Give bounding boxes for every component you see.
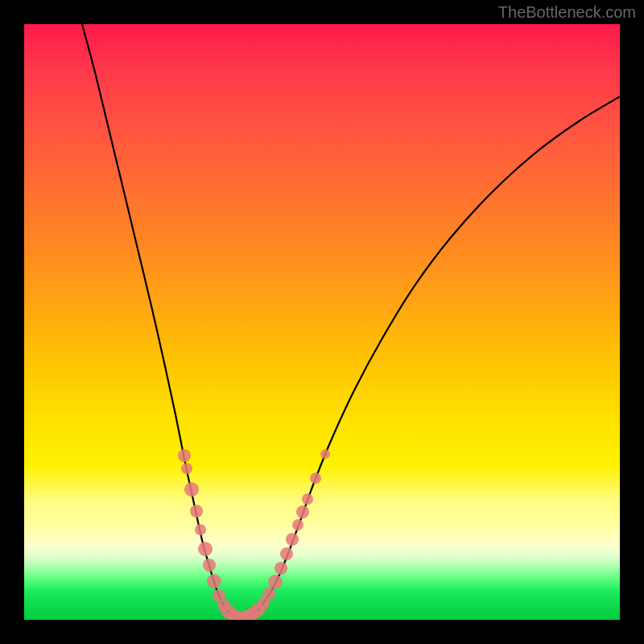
data-point xyxy=(296,506,309,518)
data-point xyxy=(286,533,299,546)
data-point xyxy=(203,559,216,572)
data-point xyxy=(268,575,283,589)
data-point xyxy=(207,574,221,588)
chart-svg xyxy=(24,24,620,620)
data-point xyxy=(310,473,321,484)
data-point xyxy=(190,505,203,518)
data-point xyxy=(302,493,313,505)
chart-plot-area xyxy=(24,24,620,620)
data-point xyxy=(292,519,303,530)
data-point xyxy=(178,449,191,462)
data-point xyxy=(275,562,287,575)
attribution-text: TheBottleneck.com xyxy=(498,3,636,22)
data-point xyxy=(198,542,213,556)
data-point xyxy=(195,524,206,535)
data-point xyxy=(262,588,275,601)
data-point xyxy=(280,547,293,560)
data-point xyxy=(320,449,330,459)
left-curve xyxy=(82,24,242,617)
data-point xyxy=(181,463,192,474)
data-dots xyxy=(178,449,330,620)
data-point xyxy=(184,482,199,497)
